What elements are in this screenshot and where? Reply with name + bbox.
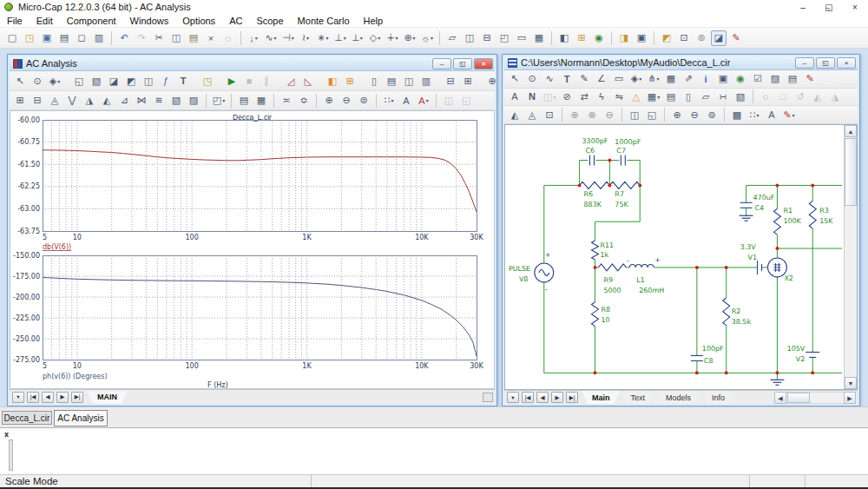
slope-neg-icon[interactable]: ◿ (283, 73, 299, 89)
tile-vertical-icon[interactable]: ◫ (462, 30, 477, 46)
ac-restore-button[interactable]: ◱ (453, 58, 472, 69)
pulse-source-V8[interactable] (535, 263, 554, 282)
preferences-icon[interactable]: ◩ (659, 30, 674, 46)
component-misc-icon[interactable]: ∗▾ (315, 30, 331, 46)
node-numbers-icon[interactable]: N (524, 89, 540, 104)
schematic-close-button[interactable]: × (837, 57, 856, 69)
low-icon[interactable]: ⋁ (64, 93, 80, 109)
paste-icon[interactable]: ▤ (186, 30, 201, 46)
repeat-analysis-icon[interactable]: ⊡ (676, 30, 692, 46)
cut-icon[interactable]: ✂ (151, 30, 167, 46)
capacitor-C7[interactable] (621, 155, 625, 166)
ruler-icon[interactable]: ▯ (366, 73, 382, 89)
horizontal-scroll-thumb[interactable] (787, 393, 810, 403)
step-out-icon[interactable]: ⊗ (584, 107, 600, 122)
tab-main[interactable]: MAIN (87, 391, 128, 404)
next-tab-button[interactable]: ▶ (56, 392, 69, 403)
find-icon[interactable]: ◭ (507, 107, 523, 122)
tab-list-button[interactable]: ▾ (507, 392, 519, 403)
print-preview-icon[interactable]: ◻ (74, 30, 89, 46)
analysis-plot-icon[interactable]: ◪ (711, 30, 727, 46)
menu-item-monte-carlo[interactable]: Monte Carlo (291, 16, 357, 26)
message-panel-scrollbar[interactable] (9, 439, 13, 471)
zoom-out-icon[interactable]: ⊖ (687, 107, 702, 122)
tile-horizontal-icon[interactable]: ⊟ (479, 30, 495, 46)
tab-info[interactable]: Info (701, 391, 735, 404)
zoom-in-icon[interactable]: ⊕ (669, 107, 685, 122)
split-panel-icon[interactable]: ◧ (556, 30, 572, 46)
color-pencil-icon[interactable]: ✎▾ (781, 107, 797, 122)
component-mode-icon[interactable]: ∿ (542, 71, 557, 87)
font-icon[interactable]: A (764, 107, 779, 122)
cascade-windows-icon[interactable]: ▱ (444, 30, 460, 46)
close-button[interactable]: × (842, 3, 868, 12)
schematic-canvas[interactable]: 3300pF1000pFC6C7R6883KR775KPULSEV8+-R111… (505, 125, 844, 389)
doc-tab-ac-analysis[interactable]: AC Analysis (54, 410, 108, 426)
resize-grip[interactable] (483, 393, 493, 402)
copy-icon[interactable]: ◫ (168, 30, 184, 46)
annotate-icon[interactable]: ✎ (728, 30, 744, 46)
tag-mode-icon[interactable]: ◫ (141, 73, 156, 89)
translate-icon[interactable]: ▤ (785, 71, 800, 87)
go-to-branch-icon[interactable]: ▤ (236, 93, 252, 109)
data-points-icon[interactable]: ◧ (325, 73, 340, 89)
select-box-icon[interactable]: ◌ (758, 89, 773, 104)
battery-V1[interactable] (758, 261, 762, 274)
next-tab-button[interactable]: ▶ (551, 392, 563, 403)
menu-item-help[interactable]: Help (357, 16, 391, 26)
horizontal-scroll-track[interactable] (786, 392, 844, 404)
first-tab-button[interactable]: |◀ (27, 392, 39, 403)
prev-tab-button[interactable]: ◀ (536, 392, 549, 403)
go-to-x-icon[interactable]: ▧ (168, 93, 184, 109)
repeat-find-icon[interactable]: ◬ (524, 107, 540, 122)
power-display-icon[interactable]: ⇄ (576, 89, 592, 104)
ac-analysis-window[interactable]: AC Analysis – ◱ × ↖⊙◈▾◱▧◪◩◫ƒT◳▶■∥◿◺◧⊞▯▤◫… (7, 54, 497, 406)
component-panel-icon[interactable]: ⊞ (574, 30, 589, 46)
ac-window-titlebar[interactable]: AC Analysis – ◱ × (10, 56, 495, 71)
component-connector-icon[interactable]: ⟂▾ (350, 30, 365, 46)
scale-mode-icon[interactable]: ◪ (106, 73, 122, 89)
schematic-window[interactable]: C:\Users\Normann\Desktop\MyAudio\Decca_L… (502, 54, 860, 406)
graph-properties-icon[interactable]: ▧ (89, 73, 104, 89)
menu-item-ac[interactable]: AC (222, 16, 249, 26)
grid-toggle-icon[interactable]: ▦ (663, 71, 679, 87)
scroll-right-arrow[interactable]: ▶ (844, 392, 856, 404)
horizontal-grid-icon[interactable]: ◫ (401, 73, 417, 89)
enable-mode-icon[interactable]: ☑ (750, 71, 766, 87)
message-panel-close-icon[interactable]: x (4, 430, 9, 439)
stop-icon[interactable]: ■ (241, 73, 257, 89)
save-all-icon[interactable]: ▤ (56, 30, 72, 46)
bus-mode-icon[interactable]: ▭ (611, 71, 627, 87)
tag-menu-icon[interactable]: ◰▾ (211, 93, 227, 109)
pan-mode-icon[interactable]: ⊙ (30, 73, 45, 89)
current-display-icon[interactable]: ⊘ (559, 89, 575, 104)
slope-pos-icon[interactable]: ◺ (300, 73, 316, 89)
warning-icon[interactable]: △ (628, 89, 644, 104)
ground-C4[interactable] (740, 215, 753, 221)
text-mode-icon[interactable]: T (175, 73, 191, 89)
ac-close-button[interactable]: × (474, 58, 493, 69)
delete-icon[interactable]: × (203, 30, 219, 46)
info-mode-icon[interactable]: i (698, 71, 713, 87)
select-mode-icon[interactable]: ↖ (507, 71, 523, 87)
resistor-R8[interactable] (592, 302, 599, 327)
open-icon[interactable]: ◳ (200, 73, 215, 89)
browse-mode-icon[interactable]: ◉ (733, 71, 748, 87)
redo-icon[interactable]: ↷ (134, 30, 149, 46)
menu-item-component[interactable]: Component (60, 16, 123, 26)
save-file-icon[interactable]: ▣ (39, 30, 55, 46)
vertical-scroll-track[interactable] (845, 206, 857, 377)
restore-button[interactable]: ◱ (816, 3, 842, 12)
resistor-R3[interactable] (809, 201, 816, 228)
clear-box-icon[interactable]: □ (775, 89, 791, 104)
resistor-R1[interactable] (773, 208, 780, 235)
flip-x-icon[interactable]: ◭ (810, 89, 825, 104)
grid-pattern-icon[interactable]: ∷▾ (746, 107, 762, 122)
tab-main[interactable]: Main (582, 391, 621, 404)
peak-icon[interactable]: ⊞ (12, 93, 28, 109)
component-ground-icon[interactable]: ⊥▾ (332, 30, 348, 46)
normalize-icon[interactable]: ▦ (253, 93, 269, 109)
plus-mark-icon[interactable]: ▤ (384, 73, 399, 89)
ground-main[interactable] (770, 380, 784, 385)
select-mode-icon[interactable]: ↖ (12, 73, 28, 89)
